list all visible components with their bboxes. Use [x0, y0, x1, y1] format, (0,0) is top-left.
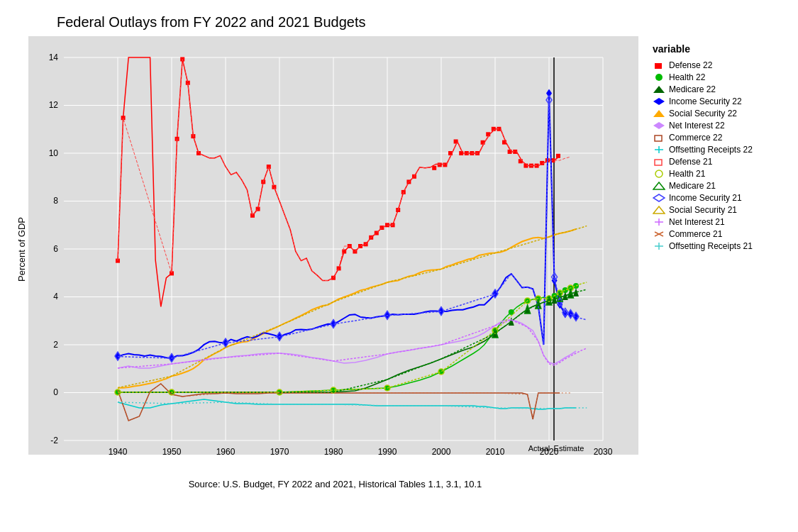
legend-label-commerce22: Commerce 22	[669, 133, 722, 143]
svg-rect-173	[655, 135, 662, 141]
legend-label-medicare22: Medicare 22	[669, 84, 716, 94]
svg-text:-2: -2	[50, 436, 58, 445]
chart-area: Percent of GDP	[14, 36, 784, 489]
svg-rect-74	[448, 151, 453, 155]
legend-label-defense22: Defense 22	[669, 60, 712, 70]
chart-container: Federal Outlays from FY 2022 and 2021 Bu…	[0, 0, 798, 532]
legend-label-offsetting22: Offsetting Receipts 22	[669, 145, 753, 155]
legend-label-health21: Health 21	[669, 169, 705, 179]
legend-marker-netint22	[653, 121, 665, 130]
legend-label-netint21: Net Interest 21	[669, 217, 725, 227]
svg-rect-54	[272, 185, 276, 189]
legend-item-health21: Health 21	[653, 169, 784, 179]
svg-point-177	[655, 170, 663, 177]
svg-text:1950: 1950	[162, 447, 182, 457]
svg-text:Estimate: Estimate	[554, 444, 584, 453]
svg-point-168	[655, 74, 663, 81]
svg-text:14: 14	[49, 52, 59, 62]
svg-text:2: 2	[53, 340, 58, 350]
svg-text:1960: 1960	[216, 447, 235, 457]
svg-rect-75	[454, 140, 458, 144]
svg-text:2000: 2000	[432, 447, 451, 457]
chart-svg: 14 12 10 8 6 4 2 0 -2 1940 1950 1960 197…	[28, 36, 638, 476]
svg-rect-81	[486, 132, 490, 136]
legend-label-income22: Income Security 22	[669, 96, 742, 106]
legend-item-commerce21: Commerce 21	[653, 229, 784, 239]
svg-marker-169	[653, 86, 665, 93]
legend-marker-health21	[653, 170, 665, 178]
svg-rect-71	[432, 166, 436, 170]
svg-rect-176	[655, 160, 662, 165]
legend-item-defense22: Defense 22	[653, 60, 784, 70]
svg-point-124	[573, 283, 579, 289]
legend-item-offsetting21: Offsetting Receipts 21	[653, 241, 784, 251]
legend-label-health22: Health 22	[669, 72, 705, 82]
legend-marker-defense21	[653, 157, 665, 166]
y-axis-label: Percent of GDP	[14, 43, 28, 455]
chart-inner: 14 12 10 8 6 4 2 0 -2 1940 1950 1960 197…	[28, 36, 642, 489]
legend-marker-commerce22	[653, 133, 665, 142]
legend-item-offsetting22: Offsetting Receipts 22	[653, 145, 784, 155]
legend-item-netint21: Net Interest 21	[653, 217, 784, 227]
svg-rect-49	[196, 151, 201, 155]
svg-text:1970: 1970	[270, 447, 289, 457]
legend-marker-commerce21	[653, 230, 665, 238]
svg-text:2010: 2010	[486, 447, 505, 457]
svg-rect-87	[519, 159, 523, 163]
svg-marker-171	[653, 110, 665, 117]
legend-marker-offsetting21	[653, 242, 665, 250]
svg-text:4: 4	[53, 292, 58, 301]
svg-marker-180	[653, 206, 665, 214]
legend-label-offsetting21: Offsetting Receipts 21	[669, 241, 753, 251]
svg-text:6: 6	[53, 244, 58, 254]
legend-label-social22: Social Security 22	[669, 109, 737, 118]
svg-text:2030: 2030	[594, 447, 613, 457]
svg-text:1940: 1940	[109, 447, 128, 457]
legend-marker-income21	[653, 194, 665, 202]
legend-label-income21: Income Security 21	[669, 193, 742, 203]
legend-label-social21: Social Security 21	[669, 205, 737, 215]
svg-point-116	[509, 309, 514, 315]
svg-rect-53	[267, 165, 271, 169]
svg-text:1990: 1990	[378, 447, 397, 457]
legend-marker-social22	[653, 109, 665, 118]
legend-title: variable	[653, 43, 784, 55]
legend-item-medicare22: Medicare 22	[653, 84, 784, 94]
legend-marker-income22	[653, 97, 665, 106]
svg-text:0: 0	[53, 387, 58, 397]
svg-rect-167	[655, 63, 662, 69]
svg-rect-85	[508, 150, 512, 154]
legend-item-social22: Social Security 22	[653, 109, 784, 118]
svg-rect-94	[556, 154, 560, 158]
legend-marker-medicare22	[653, 85, 665, 94]
legend-label-netint22: Net Interest 22	[669, 121, 725, 131]
source-text: Source: U.S. Budget, FY 2022 and 2021, H…	[28, 479, 642, 489]
legend-marker-health22	[653, 73, 665, 82]
legend-marker-social21	[653, 206, 665, 214]
legend-marker-netint21	[653, 218, 665, 226]
svg-marker-178	[653, 182, 665, 189]
svg-marker-172	[653, 122, 665, 129]
svg-text:12: 12	[49, 100, 59, 110]
legend-item-defense21: Defense 21	[653, 157, 784, 167]
legend-label-commerce21: Commerce 21	[669, 229, 722, 239]
legend-item-commerce22: Commerce 22	[653, 133, 784, 143]
legend-item-medicare21: Medicare 21	[653, 181, 784, 191]
legend-label-medicare21: Medicare 21	[669, 181, 716, 191]
legend-marker-defense22	[653, 61, 665, 70]
svg-text:10: 10	[49, 148, 59, 158]
legend-item-netint22: Net Interest 22	[653, 121, 784, 131]
chart-title: Federal Outlays from FY 2022 and 2021 Bu…	[57, 14, 784, 31]
legend-item-health22: Health 22	[653, 72, 784, 82]
svg-text:1980: 1980	[324, 447, 343, 457]
svg-marker-170	[653, 98, 665, 105]
legend: variable Defense 22 Health 22 Medicare 2…	[642, 36, 784, 489]
svg-marker-179	[653, 194, 665, 201]
legend-item-income22: Income Security 22	[653, 96, 784, 106]
svg-text:8: 8	[53, 196, 58, 206]
svg-text:Actual: Actual	[528, 444, 550, 453]
legend-marker-offsetting22	[653, 145, 665, 154]
svg-rect-72	[438, 162, 442, 167]
legend-item-income21: Income Security 21	[653, 193, 784, 203]
legend-marker-medicare21	[653, 182, 665, 190]
